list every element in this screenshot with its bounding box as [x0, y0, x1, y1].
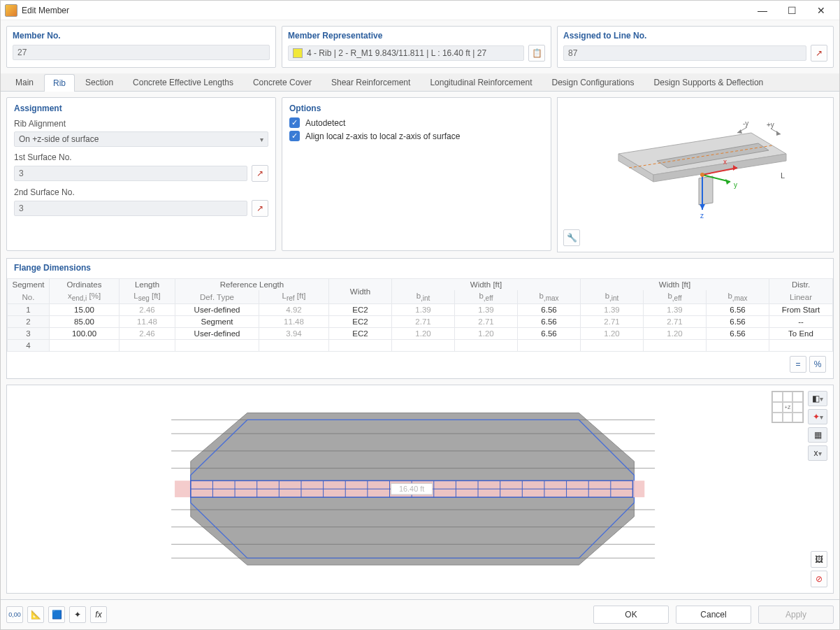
member-graphic-view[interactable]: 16.40 ft +Z ◧▾ ✦▾ ▦ x▾ 🖼 ⊘: [6, 385, 834, 594]
options-group: Options ✓ Autodetect ✓ Align local z-axi…: [282, 97, 551, 251]
view-isometric-button[interactable]: ▦: [808, 427, 827, 443]
cell-bmax1[interactable]: 6.56: [518, 316, 581, 328]
rib-3d-preview[interactable]: x y z L -y +y 🔧: [557, 97, 834, 252]
table-row[interactable]: 3100.002.46User-defined3.94EC21.201.206.…: [8, 328, 833, 340]
units-button[interactable]: 0,00: [6, 606, 23, 623]
cell-beff2[interactable]: 2.71: [644, 316, 707, 328]
table-row[interactable]: 4: [8, 340, 833, 352]
cell-width[interactable]: EC2: [329, 328, 392, 340]
cell-def[interactable]: User-defined: [175, 304, 259, 316]
cell-bmax2[interactable]: 6.56: [707, 328, 769, 340]
view-cube[interactable]: +Z: [772, 391, 804, 423]
function-button[interactable]: fx: [90, 606, 107, 623]
pick-surface1-button[interactable]: ↗: [252, 165, 268, 182]
cell-width[interactable]: [329, 340, 392, 352]
cell-lseg[interactable]: 2.46: [120, 328, 175, 340]
cell-def[interactable]: [175, 340, 259, 352]
graphic-export-button[interactable]: 🖼: [811, 551, 827, 568]
cell-bmax1[interactable]: 6.56: [518, 328, 581, 340]
equal-ordinates-button[interactable]: =: [790, 356, 806, 373]
pick-surface2-button[interactable]: ↗: [252, 200, 268, 217]
assigned-line-value[interactable]: 87: [563, 45, 806, 61]
axis-system-button[interactable]: ✦▾: [808, 409, 827, 424]
cell-bint2[interactable]: 2.71: [581, 316, 644, 328]
cell-lref[interactable]: [259, 340, 329, 352]
tab-shear-reinforcement[interactable]: Shear Reinforcement: [322, 73, 419, 91]
cell-bmax2[interactable]: [707, 340, 769, 352]
cell-ord[interactable]: 85.00: [50, 316, 120, 328]
cell-bint1[interactable]: 1.39: [392, 304, 455, 316]
cell-bint1[interactable]: 2.71: [392, 316, 455, 328]
cell-ord[interactable]: [50, 340, 120, 352]
table-row[interactable]: 285.0011.48Segment11.48EC22.712.716.562.…: [8, 316, 833, 328]
cancel-button[interactable]: Cancel: [676, 606, 751, 624]
cell-lref[interactable]: 4.92: [259, 304, 329, 316]
svg-point-12: [700, 173, 704, 177]
cell-ord[interactable]: 100.00: [50, 328, 120, 340]
cell-distr[interactable]: From Start: [769, 304, 833, 316]
coords-button[interactable]: 📐: [27, 606, 44, 623]
graphic-reset-button[interactable]: ⊘: [811, 571, 827, 587]
axis-tool-button[interactable]: ✦: [69, 606, 86, 623]
pick-line-button[interactable]: ↗: [811, 45, 827, 62]
rib-alignment-select[interactable]: On +z-side of surface ▾: [14, 131, 268, 147]
cell-distr[interactable]: To End: [769, 328, 833, 340]
tab-section[interactable]: Section: [76, 73, 122, 91]
cell-beff1[interactable]: 1.20: [455, 328, 518, 340]
member-no-value[interactable]: 27: [13, 45, 270, 60]
preview-settings-button[interactable]: 🔧: [563, 229, 580, 246]
close-button[interactable]: ✕: [807, 2, 835, 19]
member-representative-select[interactable]: 4 - Rib | 2 - R_M1 9.843/11.811 | L : 16…: [288, 45, 524, 61]
flange-dimensions-table[interactable]: Segment Ordinates Length Reference Lengt…: [7, 278, 833, 352]
cell-distr[interactable]: --: [769, 316, 833, 328]
representative-library-button[interactable]: 📋: [528, 45, 545, 62]
cell-ord[interactable]: 15.00: [50, 304, 120, 316]
tab-concrete-cover[interactable]: Concrete Cover: [244, 73, 321, 91]
cell-bint1[interactable]: [392, 340, 455, 352]
cell-lseg[interactable]: 2.46: [120, 304, 175, 316]
minimize-button[interactable]: —: [748, 2, 776, 19]
surface1-value[interactable]: 3: [14, 166, 247, 181]
ok-button[interactable]: OK: [593, 606, 669, 624]
tab-main[interactable]: Main: [6, 73, 43, 91]
cell-beff1[interactable]: 2.71: [455, 316, 518, 328]
cell-lref[interactable]: 11.48: [259, 316, 329, 328]
tab-rib[interactable]: Rib: [44, 74, 75, 92]
cell-beff2[interactable]: 1.39: [644, 304, 707, 316]
cell-distr[interactable]: [769, 340, 833, 352]
tab-design-supports-deflection[interactable]: Design Supports & Deflection: [645, 73, 773, 91]
view-more-button[interactable]: x▾: [808, 445, 827, 461]
surface2-value[interactable]: 3: [14, 201, 247, 216]
render-button[interactable]: 🟦: [48, 606, 65, 623]
cell-beff2[interactable]: [644, 340, 707, 352]
cell-bmax1[interactable]: [518, 340, 581, 352]
cell-beff1[interactable]: [455, 340, 518, 352]
table-row[interactable]: 115.002.46User-defined4.92EC21.391.396.5…: [8, 304, 833, 316]
cell-beff1[interactable]: 1.39: [455, 304, 518, 316]
pos-y-label: +y: [767, 121, 774, 129]
tab-design-configurations[interactable]: Design Configurations: [542, 73, 643, 91]
cell-lseg[interactable]: 11.48: [120, 316, 175, 328]
cell-def[interactable]: User-defined: [175, 328, 259, 340]
cell-width[interactable]: EC2: [329, 316, 392, 328]
cell-def[interactable]: Segment: [175, 316, 259, 328]
cell-width[interactable]: EC2: [329, 304, 392, 316]
align-z-checkbox[interactable]: ✓: [289, 131, 300, 141]
autodetect-checkbox[interactable]: ✓: [289, 117, 300, 128]
cell-bint1[interactable]: 1.20: [392, 328, 455, 340]
cell-bmax1[interactable]: 6.56: [518, 304, 581, 316]
maximize-button[interactable]: ☐: [778, 2, 806, 19]
tab-concrete-effective-lengths[interactable]: Concrete Effective Lengths: [124, 73, 242, 91]
tab-longitudinal-reinforcement[interactable]: Longitudinal Reinforcement: [421, 73, 541, 91]
cell-bint2[interactable]: 1.39: [581, 304, 644, 316]
cell-bint2[interactable]: 1.20: [581, 328, 644, 340]
cell-bint2[interactable]: [581, 340, 644, 352]
cell-seg: 4: [8, 340, 50, 352]
percent-toggle-button[interactable]: %: [809, 356, 826, 373]
cell-beff2[interactable]: 1.20: [644, 328, 707, 340]
cell-lref[interactable]: 3.94: [259, 328, 329, 340]
cell-bmax2[interactable]: 6.56: [707, 304, 769, 316]
cell-bmax2[interactable]: 6.56: [707, 316, 769, 328]
cell-lseg[interactable]: [120, 340, 175, 352]
view-3d-button[interactable]: ◧▾: [808, 391, 827, 406]
